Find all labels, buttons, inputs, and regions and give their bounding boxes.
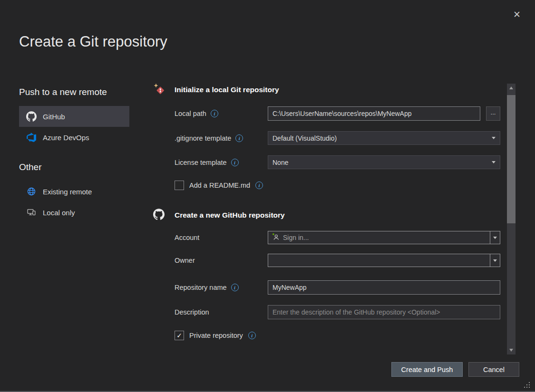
scroll-down-button[interactable] [507, 346, 516, 354]
sidebar-item-local-only[interactable]: Local only [19, 202, 129, 223]
triangle-up-icon [509, 86, 513, 89]
chevron-down-icon [493, 237, 497, 239]
info-icon[interactable]: i [235, 134, 243, 142]
gitignore-label: .gitignore template [175, 134, 231, 142]
section-title-github: Create a new GitHub repository [175, 210, 285, 220]
section-create-github-repo: Create a new GitHub repository [153, 210, 500, 221]
account-label: Account [175, 234, 199, 241]
azure-devops-icon [26, 132, 37, 143]
dialog-title: Create a Git repository [19, 33, 167, 50]
sidebar-item-label: Existing remote [43, 188, 92, 196]
sidebar-heading-other: Other [19, 162, 129, 172]
repo-name-row: Repository name i [175, 280, 500, 295]
private-repo-label: Private repository [189, 332, 243, 339]
description-row: Description [175, 305, 500, 319]
info-icon[interactable]: i [231, 159, 239, 166]
info-icon[interactable]: i [248, 332, 256, 339]
section-title-init: Initialize a local Git repository [175, 85, 279, 95]
create-and-push-button[interactable]: Create and Push [391, 362, 463, 377]
readme-row: Add a README.md i [175, 181, 500, 190]
chevron-down-icon [493, 259, 497, 262]
readme-checkbox[interactable] [175, 181, 184, 190]
sidebar-item-existing-remote[interactable]: Existing remote [19, 181, 129, 202]
sidebar-item-github[interactable]: GitHub [19, 106, 129, 127]
description-label: Description [175, 308, 209, 316]
gitignore-value: Default (VisualStudio) [272, 134, 337, 142]
account-dropdown-button[interactable] [490, 231, 500, 244]
sidebar-item-label: Local only [43, 209, 75, 217]
owner-row: Owner [175, 254, 500, 267]
private-repo-checkbox[interactable]: ✓ [175, 331, 184, 340]
resize-grip[interactable] [524, 382, 530, 388]
repo-name-label: Repository name [175, 284, 227, 291]
globe-icon [26, 186, 37, 197]
sidebar-item-label: Azure DevOps [43, 134, 89, 142]
gitignore-dropdown[interactable]: Default (VisualStudio) [268, 131, 500, 145]
info-icon[interactable]: i [231, 284, 239, 291]
owner-dropdown-button[interactable] [490, 254, 500, 267]
sidebar-item-azure-devops[interactable]: Azure DevOps [19, 127, 129, 148]
computer-icon [26, 207, 37, 218]
close-icon: ✕ [513, 9, 521, 20]
account-placeholder: Sign in... [283, 234, 309, 241]
vertical-scrollbar[interactable] [507, 84, 516, 354]
local-path-label: Local path [175, 110, 206, 117]
info-icon[interactable]: i [211, 110, 218, 117]
local-path-input[interactable] [268, 106, 480, 121]
license-dropdown[interactable]: None [268, 155, 500, 169]
triangle-down-icon [509, 349, 513, 352]
private-repo-row: ✓ Private repository i [175, 331, 500, 340]
readme-label: Add a README.md [189, 182, 250, 189]
sidebar-heading-push-remote: Push to a new remote [19, 87, 129, 97]
chevron-down-icon [492, 161, 496, 163]
sign-in-icon [272, 233, 280, 242]
github-icon [26, 111, 37, 122]
license-row: License template i None [175, 155, 500, 169]
info-icon[interactable]: i [255, 182, 263, 189]
chevron-down-icon [492, 137, 496, 139]
scroll-up-button[interactable] [507, 84, 516, 92]
section-init-local-repo: Initialize a local Git repository [153, 85, 500, 96]
github-icon [153, 209, 165, 221]
repo-name-input[interactable] [268, 280, 500, 295]
license-value: None [272, 159, 288, 166]
sidebar-item-label: GitHub [43, 113, 65, 121]
grip-dots-icon [524, 382, 525, 383]
owner-combo[interactable] [268, 254, 500, 267]
sidebar: Push to a new remote GitHub Azure DevOps… [19, 87, 129, 223]
create-git-repo-dialog: ✕ Create a Git repository Push to a new … [0, 0, 535, 392]
owner-label: Owner [175, 257, 195, 264]
gitignore-row: .gitignore template i Default (VisualStu… [175, 131, 500, 145]
browse-button[interactable]: ... [486, 106, 500, 121]
license-label: License template [175, 159, 227, 166]
close-button[interactable]: ✕ [510, 8, 524, 21]
description-input[interactable] [268, 305, 500, 319]
account-row: Account Sign in... [175, 231, 500, 244]
local-path-row: Local path i ... [175, 106, 500, 121]
scrollbar-thumb[interactable] [507, 95, 516, 223]
cancel-button[interactable]: Cancel [468, 362, 519, 377]
main-form: Initialize a local Git repository Local … [153, 85, 500, 340]
account-combo[interactable]: Sign in... [268, 231, 500, 244]
init-repo-icon [153, 83, 165, 96]
